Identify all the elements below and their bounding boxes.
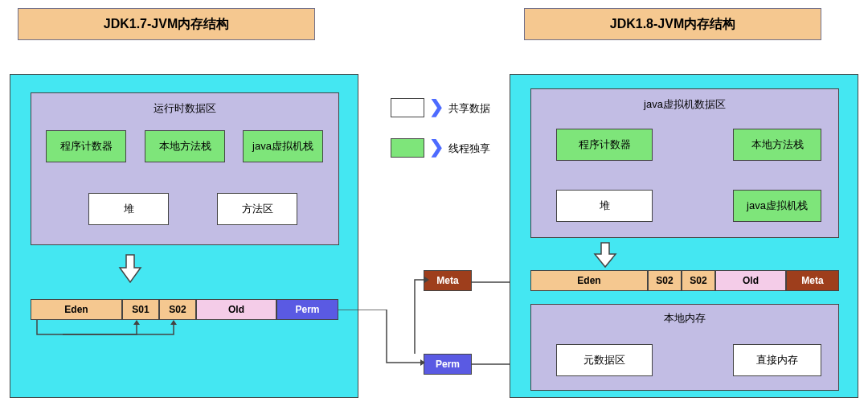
title-jdk17: JDK1.7-JVM内存结构 (18, 8, 315, 40)
title-jdk18: JDK1.8-JVM内存结构 (524, 8, 821, 40)
jdk17-eden: Eden (31, 299, 122, 320)
svg-marker-1 (133, 320, 140, 325)
jdk17-pc: 程序计数器 (46, 130, 126, 162)
jdk18-vm-stack: java虚拟机栈 (733, 190, 821, 222)
legend-shared-label: 共享数据 (448, 101, 490, 116)
legend-thread-label: 线程独享 (448, 141, 490, 156)
center-meta: Meta (424, 270, 472, 291)
jdk17-native-stack: 本地方法栈 (145, 130, 225, 162)
jdk18-local-mem-title: 本地内存 (531, 311, 838, 326)
jdk18-eden: Eden (530, 270, 648, 291)
svg-marker-0 (120, 255, 141, 282)
jdk18-s02a: S02 (648, 270, 682, 291)
jdk18-heap: 堆 (556, 190, 653, 222)
jdk17-perm: Perm (276, 299, 338, 320)
svg-marker-2 (170, 320, 177, 325)
jdk18-meta: Meta (786, 270, 839, 291)
chevron-icon: ❯ (429, 96, 444, 117)
jdk17-heap: 堆 (88, 193, 169, 225)
jdk17-s01: S01 (122, 299, 159, 320)
jdk17-vm-stack: java虚拟机栈 (243, 130, 323, 162)
jdk18-native-stack: 本地方法栈 (733, 129, 821, 161)
jdk17-old: Old (196, 299, 276, 320)
svg-marker-3 (420, 359, 425, 366)
legend-shared-swatch (391, 98, 424, 117)
jdk17-method-area: 方法区 (217, 193, 297, 225)
jdk17-runtime-title: 运行时数据区 (31, 101, 338, 116)
jdk18-metaspace: 元数据区 (556, 344, 653, 376)
svg-marker-4 (424, 277, 429, 283)
jdk18-old: Old (715, 270, 786, 291)
jdk18-direct-mem: 直接内存 (733, 344, 821, 376)
centerperm-to-meta-line (407, 270, 429, 359)
jdk18-pc: 程序计数器 (556, 129, 653, 161)
jdk18-runtime-title: java虚拟机数据区 (531, 97, 838, 112)
jdk17-s02: S02 (159, 299, 196, 320)
jdk18-s02b: S02 (682, 270, 715, 291)
chevron-icon: ❯ (429, 137, 444, 158)
legend-thread-swatch (391, 138, 424, 158)
gc-arrows (31, 320, 207, 347)
arrow-down-icon (117, 253, 144, 285)
svg-marker-9 (595, 243, 616, 267)
center-perm: Perm (424, 354, 472, 375)
arrow-down-icon (592, 241, 619, 270)
